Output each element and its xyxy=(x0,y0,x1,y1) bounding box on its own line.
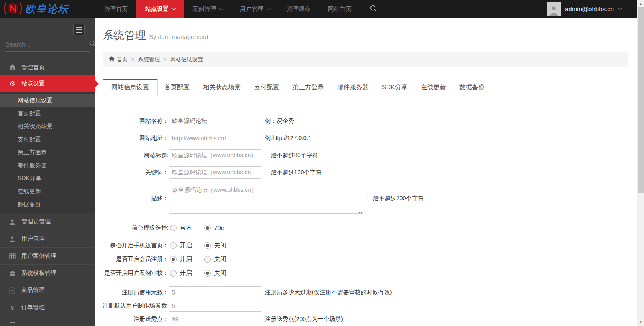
breadcrumb: 首页 > 系统管理 > 网站信息设置 xyxy=(103,52,628,67)
chevron-down-icon xyxy=(618,6,622,10)
topbar-nav: 管理首页 站点设置 案例管理 用户管理 清理缓存 网站首页 xyxy=(95,0,383,18)
sidebar-item-admin-management[interactable]: 管理员管理 xyxy=(0,213,95,230)
topnav-user-management[interactable]: 用户管理 xyxy=(231,0,278,18)
sidebar-subitem-online-update[interactable]: 在线更新 xyxy=(0,185,95,198)
form-row-site-name: 网站名称： 例：易企秀 xyxy=(103,115,628,127)
breadcrumb-site-info[interactable]: 网站信息设置 xyxy=(170,56,203,63)
user-icon xyxy=(9,219,16,225)
tab-data-backup[interactable]: 数据备份 xyxy=(453,79,491,96)
description-textarea[interactable]: 欧皇源码论坛（www.ohbbs.cn） xyxy=(169,184,363,214)
sidebar-subitem-data-backup[interactable]: 数据备份 xyxy=(0,198,95,211)
radio-review-on[interactable] xyxy=(170,270,177,277)
sidebar-item-site-settings[interactable]: ⚙ 站点设置 xyxy=(0,75,95,92)
sidebar-submenu: 网站信息设置 首页配置 相关状态场景 支付配置 第三方登录 邮件服务器 SDK分… xyxy=(0,92,95,213)
form-row-template-select: 前台模板选择: 官方 70c xyxy=(103,224,628,232)
tab-homepage-config[interactable]: 首页配置 xyxy=(158,79,196,96)
breadcrumb-system-management[interactable]: 系统管理 xyxy=(138,56,160,63)
sidebar-subitem-related-status[interactable]: 相关状态场景 xyxy=(0,120,95,133)
yen-icon: ¥ xyxy=(9,304,16,311)
sidebar-item-user-case-management[interactable]: 用户案例管理 xyxy=(0,247,95,264)
form-row-register-points: 注册送秀点： 注册送秀点(200点为一个场景) xyxy=(103,313,628,325)
square-icon xyxy=(9,322,16,326)
site-url-input[interactable] xyxy=(169,132,261,144)
sidebar-item-template-management[interactable]: 系统模板管理 xyxy=(0,264,95,282)
search-icon[interactable] xyxy=(89,40,96,49)
topnav-site-home[interactable]: 网站首页 xyxy=(319,0,360,18)
register-points-input[interactable] xyxy=(169,313,261,325)
radio-mobile-off[interactable] xyxy=(204,242,211,249)
briefcase-icon xyxy=(9,270,16,277)
home-icon xyxy=(9,64,16,70)
table-icon xyxy=(9,253,16,259)
topbar-search-button[interactable] xyxy=(364,0,383,18)
sidebar-item-partial[interactable] xyxy=(0,316,95,326)
search-icon xyxy=(369,5,377,14)
user-icon xyxy=(9,236,16,242)
site-info-form: 网站名称： 例：易企秀 网站地址： 例:http://127.0.0.1 网站标… xyxy=(103,115,628,326)
main-content: 系统管理System management 首页 > 系统管理 > 网站信息设置… xyxy=(95,18,637,326)
tab-mail-server[interactable]: 邮件服务器 xyxy=(331,79,375,96)
form-row-mobile-homepage: 是否开启手机版首页： 开启 关闭 xyxy=(103,241,628,249)
sidebar-subitem-site-info[interactable]: 网站信息设置 xyxy=(0,94,95,107)
logo-text: 欧皇论坛 xyxy=(25,2,69,16)
sidebar-subitem-payment-config[interactable]: 支付配置 xyxy=(0,133,95,146)
hamburger-menu-icon[interactable] xyxy=(73,24,85,35)
form-row-days-after-register: 注册后使用天数： 注册后多少天过期(仅注册不需要审核的时候有效) xyxy=(103,286,628,298)
scroll-up-arrow-icon[interactable]: ▲ xyxy=(637,0,644,7)
keywords-input[interactable] xyxy=(169,166,261,179)
logo[interactable]: 欧皇论坛 xyxy=(0,0,95,18)
form-row-description: 描述： 欧皇源码论坛（www.ohbbs.cn） 一般不超过200个字符 xyxy=(103,184,628,214)
tab-payment-config[interactable]: 支付配置 xyxy=(247,79,286,96)
form-row-default-scenes: 注册默认用户制作场景数： xyxy=(103,300,628,312)
radio-review-off[interactable] xyxy=(204,270,211,277)
tab-bar: 网站信息设置 首页配置 相关状态场景 支付配置 第三方登录 邮件服务器 SDK分… xyxy=(103,79,628,96)
avatar xyxy=(547,2,561,16)
chevron-down-icon xyxy=(219,6,223,10)
default-scenes-input[interactable] xyxy=(169,300,261,312)
sidebar-subitem-third-party-login[interactable]: 第三方登录 xyxy=(0,146,95,159)
form-row-site-title: 网站标题: 一般不超过80个字符 xyxy=(103,149,628,161)
gears-icon: ⚙ xyxy=(9,80,16,88)
breadcrumb-home[interactable]: 首页 xyxy=(109,56,128,63)
radio-mobile-on[interactable] xyxy=(170,242,177,249)
sidebar-item-order-management[interactable]: ¥ 订单管理 xyxy=(0,299,95,316)
scroll-down-arrow-icon[interactable]: ▼ xyxy=(637,319,644,326)
days-after-register-input[interactable] xyxy=(169,286,261,298)
topnav-clear-cache[interactable]: 清理缓存 xyxy=(278,0,319,18)
sidebar-item-user-management[interactable]: 用户管理 xyxy=(0,230,95,247)
breadcrumb-separator: > xyxy=(164,57,167,62)
sidebar-subitem-homepage-config[interactable]: 首页配置 xyxy=(0,107,95,120)
sidebar-subitem-mail-server[interactable]: 邮件服务器 xyxy=(0,159,95,172)
topnav-admin-home[interactable]: 管理首页 xyxy=(95,0,136,18)
chevron-down-icon xyxy=(172,6,176,10)
topnav-case-management[interactable]: 案例管理 xyxy=(184,0,231,18)
form-row-site-url: 网站地址： 例:http://127.0.0.1 xyxy=(103,132,628,144)
page: 欧皇论坛 管理首页 站点设置 案例管理 用户管理 清理缓存 网站首页 xyxy=(0,0,644,326)
radio-template-70c[interactable] xyxy=(204,225,211,231)
tab-related-status[interactable]: 相关状态场景 xyxy=(196,79,247,96)
site-title-input[interactable] xyxy=(169,149,261,161)
site-name-input[interactable] xyxy=(169,115,261,127)
radio-register-off[interactable] xyxy=(204,256,211,263)
tab-online-update[interactable]: 在线更新 xyxy=(414,79,453,96)
chevron-down-icon xyxy=(267,6,271,10)
sidebar-subitem-sdk-share[interactable]: SDK分享 xyxy=(0,172,95,185)
radio-template-official[interactable] xyxy=(170,225,177,231)
topnav-site-settings[interactable]: 站点设置 xyxy=(136,0,184,18)
scrollbar-thumb[interactable] xyxy=(638,7,644,193)
home-icon xyxy=(109,56,115,63)
sidebar: 管理首页 ⚙ 站点设置 网站信息设置 首页配置 相关状态场景 支付配置 第三方登… xyxy=(0,18,95,326)
tab-third-party-login[interactable]: 第三方登录 xyxy=(286,79,331,96)
page-scrollbar[interactable]: ▲ ▼ xyxy=(637,0,644,326)
topbar-user-menu[interactable]: admin@ohbbs.cn xyxy=(547,0,637,18)
sidebar-search-input[interactable] xyxy=(5,41,89,48)
sidebar-item-admin-home[interactable]: 管理首页 xyxy=(0,59,95,75)
sidebar-item-product-management[interactable]: 商品管理 xyxy=(0,282,95,299)
radio-register-on[interactable] xyxy=(170,256,177,263)
product-box-icon xyxy=(9,287,16,294)
form-row-keywords: 关键词： 一般不超过100个字符 xyxy=(103,166,628,179)
tab-sdk-share[interactable]: SDK分享 xyxy=(375,79,414,96)
logo-emblem-icon xyxy=(3,1,23,18)
breadcrumb-separator: > xyxy=(131,57,134,62)
tab-site-info[interactable]: 网站信息设置 xyxy=(103,79,158,96)
